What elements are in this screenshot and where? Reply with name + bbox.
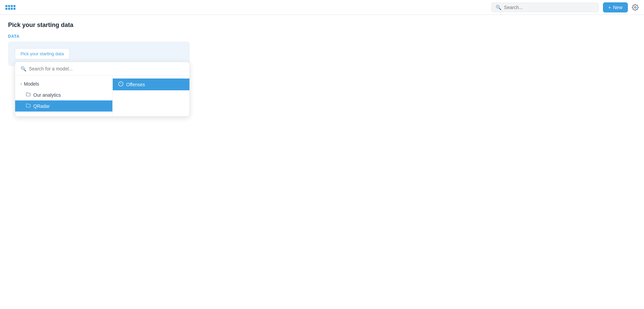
item-offenses[interactable]: Offenses (113, 79, 189, 90)
logo-dot-6 (8, 8, 10, 10)
tree-panel: ‹ Models Our analytics (15, 76, 113, 116)
sidebar-item-qradar[interactable]: QRadar (15, 100, 112, 112)
dropdown-panel: 🔍 ‹ Models (15, 62, 190, 117)
model-search[interactable]: 🔍 (21, 66, 184, 71)
our-analytics-label: Our analytics (33, 92, 61, 98)
logo-dot-5 (5, 8, 7, 10)
page-title: Pick your starting data (8, 22, 636, 29)
offenses-label: Offenses (126, 82, 145, 87)
logo-dot-8 (13, 8, 15, 10)
header-right: 🔍 + New (491, 2, 639, 12)
section-label: Data (8, 34, 636, 39)
chevron-left-icon: ‹ (21, 82, 22, 86)
app-header: 🔍 + New (0, 0, 644, 15)
search-input[interactable] (504, 5, 595, 10)
page-content: Pick your starting data Data Pick your s… (0, 15, 644, 73)
svg-point-0 (635, 6, 636, 8)
search-icon: 🔍 (496, 5, 501, 10)
pick-data-button[interactable]: Pick your starting data (15, 48, 70, 59)
card-area: Pick your starting data 🔍 ‹ Models (8, 41, 190, 66)
offenses-icon (118, 81, 123, 88)
qradar-label: QRadar (33, 103, 50, 109)
models-header[interactable]: ‹ Models (15, 79, 112, 89)
logo-dots (5, 5, 15, 10)
global-search[interactable]: 🔍 (491, 3, 599, 12)
settings-button[interactable] (632, 4, 639, 11)
items-panel: Offenses (113, 76, 189, 116)
plus-icon: + (608, 5, 611, 10)
header-left (5, 5, 15, 10)
folder-icon-qradar (26, 103, 31, 109)
app-logo (5, 5, 15, 10)
folder-icon (26, 92, 31, 98)
new-button[interactable]: + New (603, 2, 628, 12)
dropdown-body: ‹ Models Our analytics (15, 76, 189, 116)
new-button-label: New (613, 5, 622, 10)
model-search-icon: 🔍 (21, 66, 26, 71)
logo-dot-1 (5, 5, 7, 7)
search-section: 🔍 (15, 62, 189, 76)
logo-dot-3 (11, 5, 13, 7)
sidebar-item-our-analytics[interactable]: Our analytics (15, 89, 112, 100)
logo-dot-4 (13, 5, 15, 7)
model-search-input[interactable] (29, 66, 184, 71)
logo-dot-7 (11, 8, 13, 10)
logo-dot-2 (8, 5, 10, 7)
models-label: Models (24, 81, 39, 87)
